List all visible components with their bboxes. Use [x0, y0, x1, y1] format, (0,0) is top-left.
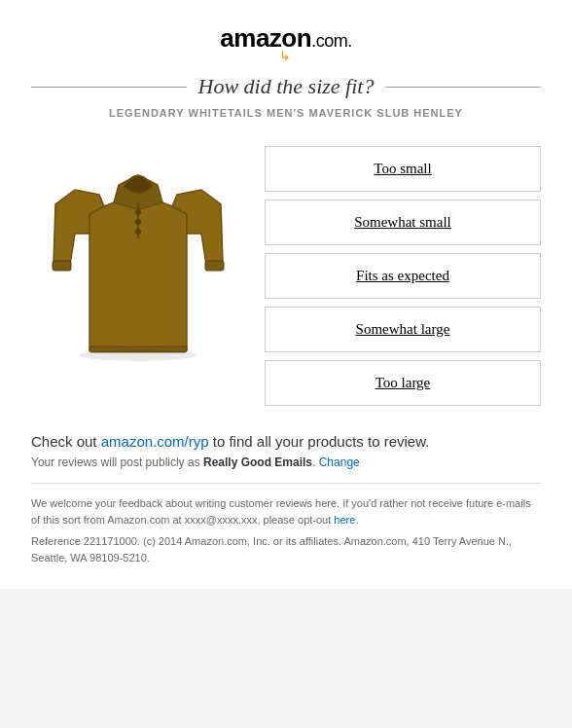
- page-title: How did the size fit?: [187, 74, 386, 99]
- opt-out-link[interactable]: here: [334, 514, 355, 526]
- footer-divider: [31, 483, 541, 484]
- title-divider: How did the size fit?: [31, 74, 541, 99]
- size-somewhat-small-button[interactable]: Somewhat small: [265, 200, 541, 245]
- product-image-area: [31, 136, 245, 389]
- fine-print-text: We welcome your feedback about writing c…: [31, 495, 541, 528]
- amazon-logo: amazon.com. ↳: [31, 23, 541, 64]
- check-out-text: Check out amazon.com/ryp to find all you…: [31, 433, 541, 450]
- amazon-ryp-link[interactable]: amazon.com/ryp: [101, 433, 209, 450]
- reviews-note-prefix: Your reviews will post publicly as: [31, 455, 203, 469]
- main-content: Too small Somewhat small Fits as expecte…: [31, 136, 541, 406]
- svg-rect-11: [53, 261, 71, 271]
- reviews-username: Really Good Emails: [203, 455, 312, 469]
- copyright-text: Reference 221171000. (c) 2014 Amazon.com…: [31, 533, 541, 565]
- size-too-large-button[interactable]: Too large: [265, 360, 541, 406]
- size-fits-as-expected-button[interactable]: Fits as expected: [265, 253, 541, 299]
- header: amazon.com. ↳: [31, 23, 541, 64]
- size-somewhat-large-button[interactable]: Somewhat large: [265, 307, 541, 352]
- email-container: amazon.com. ↳ How did the size fit? LEGE…: [0, 0, 572, 589]
- footer-fine-print: We welcome your feedback about writing c…: [31, 495, 541, 565]
- reviews-note: Your reviews will post publicly as Reall…: [31, 455, 541, 469]
- footer-section: Check out amazon.com/ryp to find all you…: [31, 433, 541, 469]
- logo-dotcom: .com.: [311, 31, 352, 51]
- reviews-note-suffix: .: [312, 455, 319, 469]
- product-subtitle: LEGENDARY WHITETAILS MEN'S MAVERICK SLUB…: [31, 107, 541, 119]
- change-link[interactable]: Change: [319, 455, 360, 469]
- size-too-small-button[interactable]: Too small: [265, 146, 541, 192]
- check-out-suffix: to find all your products to review.: [209, 433, 430, 450]
- size-options-group: Too small Somewhat small Fits as expecte…: [265, 136, 541, 406]
- logo-smile-icon: ↳: [31, 48, 541, 64]
- logo-amazon: amazon: [220, 23, 311, 53]
- product-shirt-image: [36, 136, 240, 389]
- svg-point-14: [80, 349, 197, 361]
- svg-rect-12: [205, 261, 224, 271]
- check-out-prefix: Check out: [31, 433, 101, 450]
